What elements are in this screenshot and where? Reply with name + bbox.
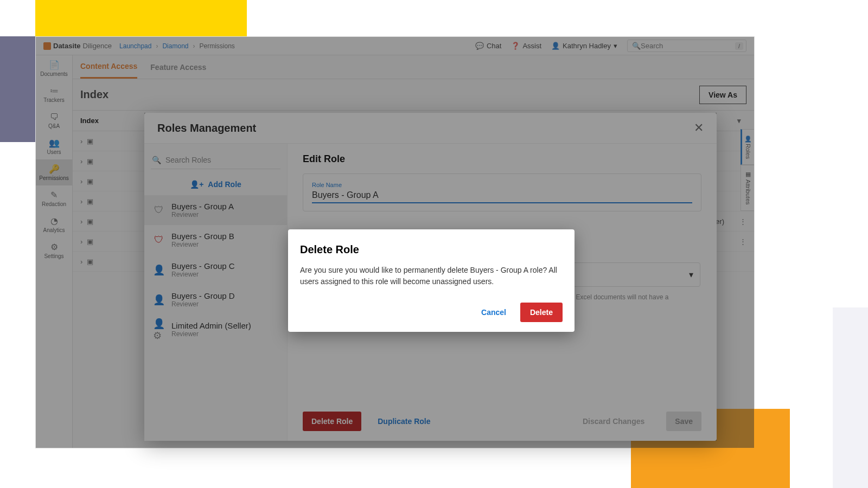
users-icon: 👥 — [49, 138, 60, 148]
chevron-down-icon: ▾ — [614, 42, 617, 50]
settings-icon: ⚙ — [50, 242, 58, 252]
nav-redaction[interactable]: ✎Redaction — [36, 185, 72, 211]
chat-icon: 💬 — [475, 42, 484, 50]
chevron-icon[interactable]: › — [80, 217, 82, 226]
nav-analytics[interactable]: ◔Analytics — [36, 211, 72, 237]
breadcrumb-2: Permissions — [199, 42, 234, 50]
chat-label: Chat — [487, 42, 501, 50]
nav-label: Q&A — [48, 123, 60, 129]
delete-button[interactable]: Delete — [520, 303, 563, 322]
breadcrumb-sep: › — [156, 42, 158, 50]
chevron-icon[interactable]: › — [80, 157, 82, 165]
nav-qa[interactable]: 🗨Q&A — [36, 107, 72, 133]
qa-icon: 🗨 — [50, 112, 59, 122]
search-input[interactable] — [641, 42, 732, 50]
trackers-icon: ≔ — [50, 86, 59, 96]
breadcrumb-0[interactable]: Launchpad — [119, 42, 151, 50]
page-header: Index View As — [73, 79, 754, 111]
redaction-icon: ✎ — [50, 190, 58, 200]
nav-settings[interactable]: ⚙Settings — [36, 237, 72, 264]
nav-label: Permissions — [39, 175, 68, 181]
leftnav: 📄Documents ≔Trackers 🗨Q&A 👥Users 🔑Permis… — [36, 55, 73, 448]
search-box[interactable]: 🔍 / — [627, 40, 746, 52]
folder-icon: ▣ — [87, 177, 93, 185]
decorative-yellow-block — [35, 0, 247, 36]
right-tab-attributes[interactable]: ▦ Attributes — [741, 165, 755, 211]
person-icon: 👤 — [745, 135, 751, 142]
search-icon: 🔍 — [632, 42, 641, 50]
chat-link[interactable]: 💬 Chat — [475, 42, 501, 50]
user-icon: 👤 — [551, 42, 560, 50]
slash-hint: / — [735, 42, 743, 50]
breadcrumb-1[interactable]: Diamond — [162, 42, 188, 50]
assist-label: Assist — [522, 42, 541, 50]
chevron-icon[interactable]: › — [80, 177, 82, 185]
confirm-delete-dialog: Delete Role Are you sure you would like … — [288, 229, 575, 332]
nav-permissions[interactable]: 🔑Permissions — [36, 159, 72, 185]
brand-name: Datasite — [53, 42, 81, 50]
grid-icon: ▦ — [745, 171, 751, 178]
chevron-icon[interactable]: › — [80, 197, 82, 206]
decorative-purple-block — [0, 36, 35, 142]
breadcrumb: Launchpad › Diamond › Permissions — [119, 42, 235, 50]
brand-icon — [43, 42, 51, 50]
nav-trackers[interactable]: ≔Trackers — [36, 81, 72, 107]
tab-feature-access[interactable]: Feature Access — [150, 56, 206, 78]
cancel-button[interactable]: Cancel — [475, 303, 513, 322]
decorative-grey-block — [833, 307, 868, 488]
folder-icon: ▣ — [87, 197, 93, 206]
nav-label: Settings — [44, 253, 63, 259]
brand-sub: Diligence — [83, 42, 112, 50]
right-tabs: 👤 Roles ▦ Attributes — [741, 129, 755, 211]
caret-down-icon[interactable]: ▾ — [737, 117, 741, 125]
nav-label: Documents — [40, 71, 68, 77]
right-tab-roles[interactable]: 👤 Roles — [741, 129, 755, 165]
right-tab-label: Roles — [745, 144, 751, 159]
confirm-actions: Cancel Delete — [300, 303, 563, 322]
user-name: Kathryn Hadley — [563, 42, 611, 50]
row-menu[interactable]: ⋮ — [739, 217, 746, 226]
page-title: Index — [80, 88, 108, 101]
nav-label: Redaction — [42, 201, 66, 207]
chevron-icon[interactable]: › — [80, 237, 82, 246]
folder-icon: ▣ — [87, 157, 93, 165]
folder-icon: ▣ — [87, 237, 93, 246]
chevron-icon[interactable]: › — [80, 137, 82, 145]
nav-label: Analytics — [43, 227, 65, 233]
topbar: Datasite Diligence Launchpad › Diamond ›… — [36, 37, 754, 55]
permissions-icon: 🔑 — [49, 164, 60, 174]
nav-users[interactable]: 👥Users — [36, 133, 72, 159]
index-label: Index — [80, 117, 99, 125]
folder-icon: ▣ — [87, 137, 93, 145]
folder-icon: ▣ — [87, 258, 93, 266]
nav-label: Users — [47, 149, 61, 155]
brand: Datasite Diligence — [43, 42, 112, 50]
tabs-row: Content Access Feature Access — [73, 55, 754, 79]
nav-documents[interactable]: 📄Documents — [36, 55, 72, 81]
chevron-icon[interactable]: › — [80, 258, 82, 266]
app-frame: Datasite Diligence Launchpad › Diamond ›… — [35, 36, 755, 448]
analytics-icon: ◔ — [50, 216, 58, 226]
row-menu[interactable]: ⋮ — [739, 237, 746, 246]
tab-content-access[interactable]: Content Access — [80, 55, 137, 79]
confirm-message: Are you sure you would like to permanent… — [300, 265, 563, 287]
assist-icon: ❓ — [511, 42, 520, 50]
user-menu[interactable]: 👤 Kathryn Hadley ▾ — [551, 42, 617, 50]
right-tab-label: Attributes — [745, 179, 751, 204]
view-as-button[interactable]: View As — [699, 86, 746, 104]
assist-link[interactable]: ❓ Assist — [511, 42, 541, 50]
breadcrumb-sep: › — [193, 42, 195, 50]
topbar-right: 💬 Chat ❓ Assist 👤 Kathryn Hadley ▾ 🔍 / — [475, 40, 746, 52]
documents-icon: 📄 — [49, 60, 60, 70]
confirm-title: Delete Role — [300, 243, 563, 256]
folder-icon: ▣ — [87, 217, 93, 226]
nav-label: Trackers — [43, 97, 65, 103]
